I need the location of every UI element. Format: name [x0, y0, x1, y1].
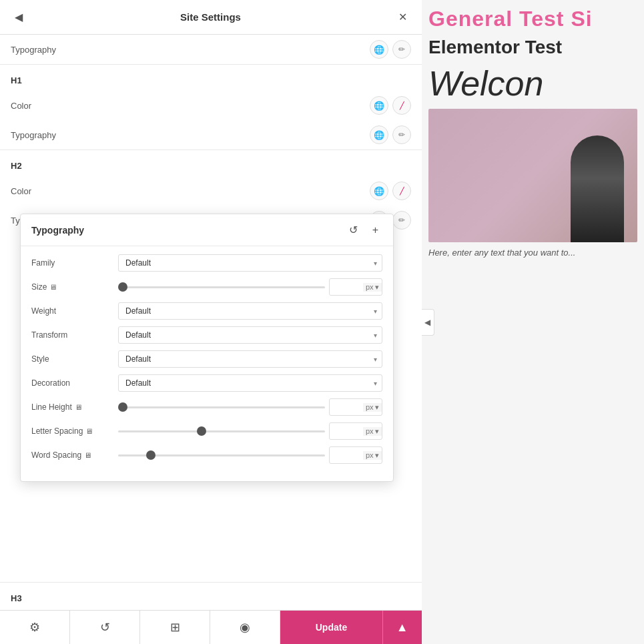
family-control: Default Arial Helvetica Georgia [118, 254, 382, 272]
transform-control: Default NoneCapitalize UppercaseLowercas… [118, 326, 382, 344]
word-spacing-input-wrap: px ▾ ▲ ▼ [329, 446, 382, 464]
preview-body-text: Here, enter any text that you want to... [428, 248, 637, 258]
size-spin-btns: ▲ ▼ [382, 279, 382, 295]
line-height-input[interactable] [330, 400, 363, 414]
line-height-label-area: Line Height 🖥 [31, 402, 118, 412]
popup-add-button[interactable]: + [368, 223, 382, 238]
letter-spacing-input-wrap: px ▾ ▲ ▼ [329, 422, 382, 440]
line-height-label: Line Height [31, 402, 72, 412]
line-height-control-area: px ▾ ▲ ▼ [118, 398, 382, 416]
family-label: Family [31, 258, 118, 268]
size-unit-text: px [366, 283, 374, 291]
h3-label: H3 [11, 583, 411, 609]
h2-color-label: Color [11, 186, 31, 196]
typography-global-label: Typography [11, 45, 56, 55]
size-unit-chevron: ▾ [375, 283, 379, 292]
size-slider[interactable] [118, 286, 325, 288]
globe-icon-typography[interactable]: 🌐 [370, 40, 388, 59]
letter-spacing-input[interactable] [330, 424, 363, 438]
transform-select[interactable]: Default NoneCapitalize UppercaseLowercas… [118, 326, 382, 344]
style-control: Default NormalItalicOblique [118, 350, 382, 368]
h1-typography-row: Typography 🌐 ✏ [11, 120, 411, 149]
letter-spacing-spin-btns: ▲ ▼ [382, 423, 382, 439]
size-input[interactable] [330, 280, 363, 294]
weight-select[interactable]: Default 100200300 400500600 700800900 [118, 302, 382, 320]
weight-control: Default 100200300 400500600 700800900 [118, 302, 382, 320]
update-button[interactable]: Update [280, 611, 382, 644]
decoration-label: Decoration [31, 378, 118, 388]
slash-icon-h2-color[interactable]: ╱ [392, 182, 411, 200]
weight-label: Weight [31, 306, 118, 316]
word-spacing-slider[interactable] [118, 454, 325, 456]
line-height-unit-chevron: ▾ [375, 403, 379, 412]
popup-body: Family Default Arial Helvetica Georgia [21, 246, 393, 481]
panel-header: ◀ Site Settings ✕ [0, 0, 422, 35]
pencil-icon-h1-typography[interactable]: ✏ [392, 125, 411, 144]
style-row: Style Default NormalItalicOblique [31, 350, 382, 368]
typography-global-controls: 🌐 ✏ [370, 40, 411, 59]
preview-image-box [428, 109, 637, 242]
close-button[interactable]: ✕ [394, 9, 411, 25]
history-button[interactable]: ↺ [70, 611, 140, 644]
size-input-wrap: px ▾ ▲ ▼ [329, 278, 382, 296]
family-select[interactable]: Default Arial Helvetica Georgia [118, 254, 382, 272]
typography-popup: Typography ↺ + Family [20, 214, 394, 482]
globe-icon-h1-color[interactable]: 🌐 [370, 96, 388, 115]
word-spacing-monitor-icon: 🖥 [84, 451, 91, 459]
decoration-select[interactable]: Default NoneUnderline OverlineLine-throu… [118, 374, 382, 392]
globe-icon-h2-color[interactable]: 🌐 [370, 182, 388, 200]
eye-button[interactable]: ◉ [210, 611, 280, 644]
update-label: Update [316, 622, 347, 633]
collapse-button[interactable]: ◀ [422, 309, 434, 336]
style-select-wrapper: Default NormalItalicOblique [118, 350, 382, 368]
letter-spacing-unit[interactable]: px ▾ [363, 427, 382, 436]
decoration-row: Decoration Default NoneUnderline Overlin… [31, 374, 382, 392]
letter-spacing-slider[interactable] [118, 430, 325, 432]
word-spacing-label: Word Spacing [31, 450, 81, 460]
chevron-button[interactable]: ▲ [382, 611, 422, 644]
pages-button[interactable]: ⊞ [140, 611, 210, 644]
popup-header-icons: ↺ + [345, 222, 382, 238]
pencil-icon-typography[interactable]: ✏ [392, 40, 411, 59]
preview-welcome: Welcon [428, 63, 637, 103]
style-select[interactable]: Default NormalItalicOblique [118, 350, 382, 368]
letter-spacing-monitor-icon: 🖥 [85, 427, 93, 435]
decoration-select-wrapper: Default NoneUnderline OverlineLine-throu… [118, 374, 382, 392]
preview-title-pink: General Test Si [428, 7, 637, 31]
transform-row: Transform Default NoneCapitalize Upperca… [31, 326, 382, 344]
preview-image-person [571, 135, 624, 242]
h2-color-controls: 🌐 ╱ [370, 182, 411, 200]
h1-typography-controls: 🌐 ✏ [370, 125, 411, 144]
size-row: Size 🖥 px ▾ [31, 278, 382, 296]
h1-typography-label: Typography [11, 130, 56, 140]
h1-color-controls: 🌐 ╱ [370, 96, 411, 115]
line-height-unit-text: px [366, 403, 374, 411]
size-unit[interactable]: px ▾ [363, 283, 382, 292]
slash-icon-h1-color[interactable]: ╱ [392, 96, 411, 115]
reset-icon: ↺ [349, 224, 358, 236]
eye-icon: ◉ [240, 620, 250, 635]
settings-content: Typography 🌐 ✏ H1 Color 🌐 ╱ Typography 🌐… [0, 35, 422, 610]
back-button[interactable]: ◀ [11, 9, 27, 25]
line-height-spin-btns: ▲ ▼ [382, 399, 382, 415]
letter-spacing-control-area: px ▾ ▲ ▼ [118, 422, 382, 440]
word-spacing-unit-chevron: ▾ [375, 451, 379, 460]
pencil-icon-h2-typography[interactable]: ✏ [392, 211, 411, 230]
globe-icon-h1-typography[interactable]: 🌐 [370, 125, 388, 144]
line-height-input-wrap: px ▾ ▲ ▼ [329, 398, 382, 416]
word-spacing-unit[interactable]: px ▾ [363, 451, 382, 460]
gear-button[interactable]: ⚙ [0, 611, 70, 644]
style-label: Style [31, 354, 118, 364]
line-height-slider[interactable] [118, 406, 325, 408]
weight-select-wrapper: Default 100200300 400500600 700800900 [118, 302, 382, 320]
letter-spacing-label: Letter Spacing [31, 426, 83, 436]
family-select-wrapper: Default Arial Helvetica Georgia [118, 254, 382, 272]
letter-spacing-unit-chevron: ▾ [375, 427, 379, 436]
line-height-unit[interactable]: px ▾ [363, 403, 382, 412]
word-spacing-input[interactable] [330, 448, 363, 462]
popup-reset-button[interactable]: ↺ [345, 222, 362, 238]
bottom-toolbar: ⚙ ↺ ⊞ ◉ Update ▲ [0, 610, 422, 644]
decoration-control: Default NoneUnderline OverlineLine-throu… [118, 374, 382, 392]
right-panel: ◀ General Test Si Elementor Test Welcon … [422, 0, 644, 644]
pages-icon: ⊞ [170, 620, 180, 635]
